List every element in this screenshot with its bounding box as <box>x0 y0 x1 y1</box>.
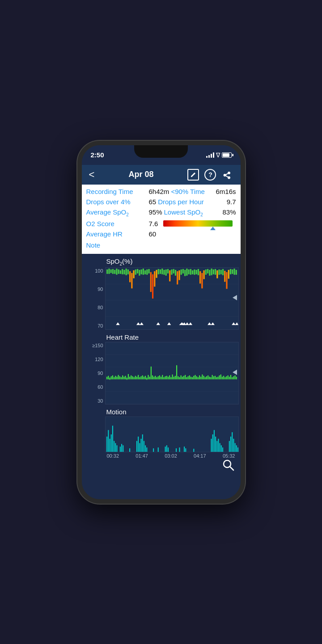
svg-rect-150 <box>185 375 186 379</box>
svg-rect-35 <box>161 268 163 274</box>
nav-bar: < Apr 08 ? <box>82 165 241 185</box>
svg-rect-144 <box>176 365 177 379</box>
lowest-spo2-value: 83% <box>222 208 236 216</box>
avg-hr-value: 60 <box>149 230 157 238</box>
svg-rect-213 <box>175 448 176 452</box>
svg-rect-163 <box>203 375 204 379</box>
svg-rect-30 <box>152 274 153 298</box>
svg-rect-225 <box>220 445 221 452</box>
help-button[interactable]: ? <box>204 169 216 181</box>
svg-rect-54 <box>197 269 199 275</box>
svg-rect-160 <box>199 375 199 379</box>
motion-chart-section: Motion <box>82 408 241 452</box>
recording-time-row: Recording Time 6h42m <90% Time 6m16s <box>86 186 236 197</box>
spo2-expand-button[interactable] <box>231 294 238 303</box>
svg-rect-193 <box>114 441 114 451</box>
svg-marker-83 <box>188 322 192 325</box>
svg-rect-28 <box>148 269 149 273</box>
svg-rect-118 <box>139 377 140 379</box>
svg-rect-96 <box>108 375 109 379</box>
spo2-svg <box>106 268 238 329</box>
edit-button[interactable] <box>187 169 199 181</box>
svg-rect-164 <box>204 377 205 379</box>
svg-rect-176 <box>221 376 222 379</box>
svg-rect-23 <box>139 269 140 275</box>
svg-rect-153 <box>189 375 190 379</box>
svg-rect-124 <box>148 375 148 379</box>
spo2-y-axis: 100 90 80 70 <box>82 267 105 330</box>
share-button[interactable] <box>221 169 233 181</box>
svg-rect-229 <box>232 432 233 452</box>
svg-rect-20 <box>133 270 134 278</box>
hr-svg <box>106 342 238 404</box>
drops-per-hour-value: 9.7 <box>227 198 236 206</box>
svg-rect-219 <box>212 434 213 452</box>
svg-rect-62 <box>212 269 214 274</box>
svg-marker-84 <box>208 322 211 325</box>
svg-rect-191 <box>110 434 111 452</box>
svg-rect-49 <box>188 269 189 274</box>
svg-rect-126 <box>150 366 151 379</box>
svg-rect-130 <box>156 377 157 379</box>
svg-rect-145 <box>178 376 178 379</box>
recording-time-value: 6h42m <box>149 188 169 195</box>
svg-rect-66 <box>220 269 221 274</box>
gradient-bar <box>163 220 232 227</box>
phone-frame: 2:50 ∇ < Apr 08 <box>77 141 245 504</box>
svg-rect-152 <box>187 376 188 379</box>
svg-rect-208 <box>153 448 154 452</box>
time-label-0: 00:32 <box>107 453 119 459</box>
svg-rect-61 <box>211 268 212 275</box>
svg-rect-72 <box>232 269 233 274</box>
svg-rect-33 <box>157 269 159 274</box>
motion-y-axis <box>82 417 105 452</box>
hr-canvas[interactable] <box>105 342 239 404</box>
svg-rect-200 <box>136 441 137 451</box>
svg-rect-71 <box>229 269 231 274</box>
svg-rect-222 <box>216 441 217 451</box>
hr-expand-button[interactable] <box>231 369 238 378</box>
svg-rect-67 <box>222 269 223 275</box>
svg-rect-37 <box>165 269 166 275</box>
svg-rect-120 <box>142 375 143 379</box>
svg-rect-48 <box>186 268 187 275</box>
svg-rect-58 <box>205 269 206 274</box>
svg-rect-140 <box>170 377 171 379</box>
svg-rect-59 <box>207 269 208 273</box>
svg-marker-75 <box>116 322 119 325</box>
hr-y-axis: ≥150 120 90 60 30 <box>82 342 105 404</box>
svg-rect-161 <box>200 376 201 379</box>
svg-rect-139 <box>169 375 170 379</box>
svg-rect-123 <box>146 377 147 379</box>
svg-rect-221 <box>215 436 216 451</box>
svg-rect-214 <box>179 447 180 452</box>
svg-rect-107 <box>123 376 124 379</box>
time-label-3: 04:17 <box>194 453 206 459</box>
wifi-icon: ∇ <box>216 152 220 159</box>
recording-time-label: Recording Time <box>86 188 149 195</box>
svg-rect-166 <box>208 375 208 379</box>
back-button[interactable]: < <box>89 169 95 181</box>
svg-rect-112 <box>131 375 131 379</box>
y-label-120: 120 <box>84 357 103 362</box>
svg-rect-173 <box>217 376 218 379</box>
svg-rect-162 <box>202 374 203 379</box>
svg-rect-134 <box>162 375 163 379</box>
svg-rect-149 <box>183 375 184 379</box>
svg-line-235 <box>230 467 233 470</box>
svg-rect-68 <box>224 270 225 282</box>
svg-rect-180 <box>227 375 228 379</box>
svg-rect-169 <box>212 375 212 379</box>
motion-chart-title: Motion <box>106 408 241 416</box>
svg-rect-170 <box>213 376 214 379</box>
signal-icon <box>206 152 214 158</box>
svg-rect-109 <box>126 377 127 379</box>
motion-chart-wrapper <box>82 417 241 452</box>
search-button[interactable] <box>222 459 234 474</box>
svg-rect-7 <box>108 268 110 274</box>
o2-score-bar <box>163 220 232 227</box>
svg-rect-36 <box>163 269 165 274</box>
svg-rect-41 <box>173 269 174 273</box>
motion-canvas[interactable] <box>105 417 239 452</box>
spo2-canvas[interactable] <box>105 267 239 330</box>
